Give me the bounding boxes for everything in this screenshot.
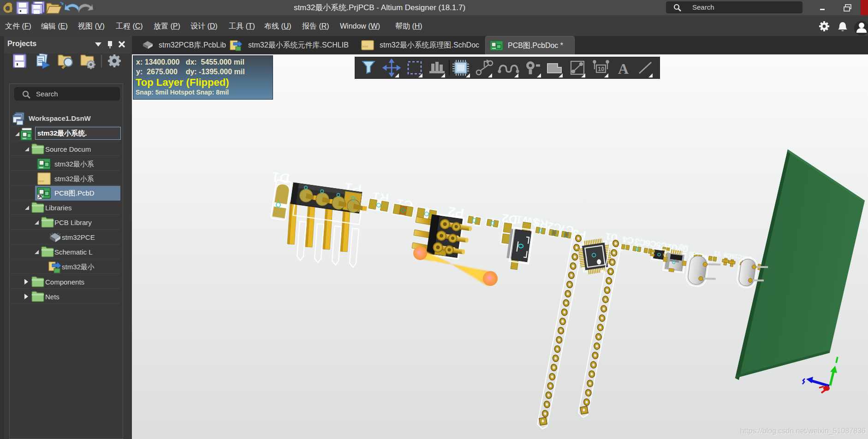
svg-text:D1: D1: [271, 169, 291, 186]
svg-text:A: A: [618, 60, 629, 77]
svg-text:https://blog.csdn.net/weixin_5: https://blog.csdn.net/weixin_51087836: [740, 427, 866, 435]
svg-text:U3: U3: [679, 243, 689, 252]
svg-text:Y1: Y1: [713, 249, 721, 257]
svg-text:10: 10: [598, 65, 604, 72]
